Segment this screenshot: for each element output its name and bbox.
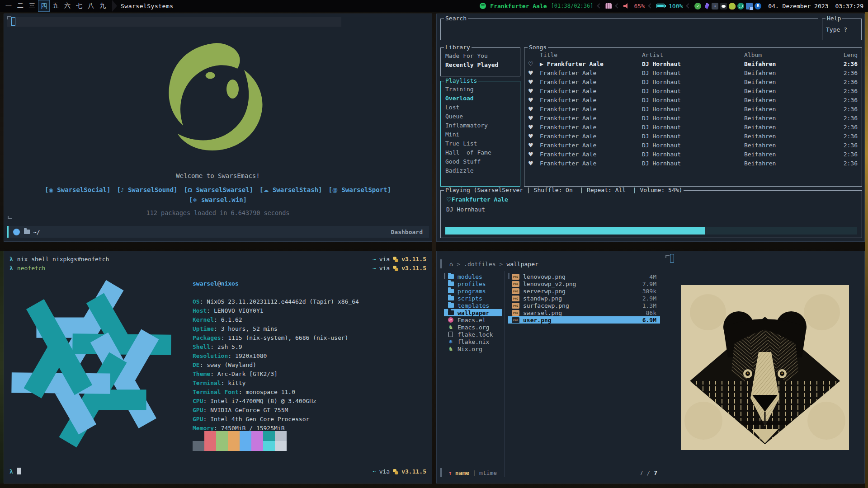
favorite-icon[interactable]: ♥: [528, 69, 540, 78]
directory-row[interactable]: flake.lock: [444, 331, 502, 338]
song-row[interactable]: ♥ Frankfurter Aale DJ Hornhaut Beifahren…: [524, 114, 862, 123]
playlist-item[interactable]: Lost: [445, 103, 520, 112]
favorite-icon[interactable]: ♥: [528, 141, 540, 150]
home-icon[interactable]: ⌂: [449, 260, 453, 268]
sort-ascending-icon[interactable]: ↑: [448, 469, 452, 477]
volume-percent[interactable]: 65%: [634, 3, 645, 9]
favorite-icon[interactable]: ♥: [528, 78, 540, 87]
bluetooth-icon[interactable]: [755, 3, 761, 9]
song-row[interactable]: ♥ Frankfurter Aale DJ Hornhaut Beifahren…: [524, 159, 862, 168]
palette-swatch: [216, 431, 228, 441]
library-item[interactable]: Made For You: [445, 52, 520, 61]
workspace-button[interactable]: 八: [85, 0, 97, 12]
directory-row[interactable]: Nix.org: [444, 345, 502, 352]
syncthing-icon[interactable]: [737, 3, 744, 9]
directory-row[interactable]: modules: [444, 273, 502, 280]
column-title[interactable]: Title: [540, 51, 642, 60]
workspace-button[interactable]: 六: [61, 0, 73, 12]
file-row[interactable]: swarsel.png 86k: [508, 309, 660, 316]
breadcrumb-item[interactable]: >.dotfiles: [457, 260, 495, 268]
directory-row[interactable]: flake.nix: [444, 338, 502, 345]
song-row[interactable]: ♥ Frankfurter Aale DJ Hornhaut Beifahren…: [524, 105, 862, 114]
screenshare-icon[interactable]: [746, 3, 753, 9]
favorite-icon[interactable]: ♥: [528, 105, 540, 114]
playlist-item[interactable]: Badizzle: [445, 166, 520, 175]
library-item[interactable]: Recently Played: [445, 61, 520, 70]
directory-row[interactable]: Emacs.org: [444, 324, 502, 331]
workspace-button[interactable]: 五: [50, 0, 61, 12]
song-row[interactable]: ♥ Frankfurter Aale DJ Hornhaut Beifahren…: [524, 123, 862, 132]
workspace-button[interactable]: 三: [26, 0, 38, 12]
song-row[interactable]: ♥ Frankfurter Aale DJ Hornhaut Beifahren…: [524, 78, 862, 87]
neofetch-field: Terminal: kitty: [193, 379, 359, 388]
playlist-item[interactable]: True List: [445, 139, 520, 148]
file-row[interactable]: surfacewp.png 1.3M: [508, 302, 660, 309]
sort-alt-label[interactable]: mtime: [479, 469, 497, 477]
workspace-button[interactable]: 四: [38, 0, 50, 12]
dashboard-link[interactable]: [◉ SwarselSocial]: [45, 186, 110, 193]
now-playing-box: Playing (SwarselServer | Shuffle: On | R…: [440, 190, 862, 238]
seek-bar[interactable]: [445, 227, 857, 235]
shell-prompt-line[interactable]: λ ~ via v3.11.5: [4, 467, 432, 476]
workspace-button[interactable]: 二: [14, 0, 26, 12]
playlist-item[interactable]: Good Stuff: [445, 157, 520, 166]
dashboard-site-link[interactable]: [❄ swarsel.win]: [189, 196, 247, 203]
volume-icon[interactable]: [623, 3, 630, 9]
dashboard-link[interactable]: [Ω SwarselSwarsel]: [184, 186, 254, 193]
favorite-icon[interactable]: ♥: [528, 150, 540, 159]
favorite-icon[interactable]: ♥: [528, 132, 540, 141]
favorite-icon[interactable]: ♥: [528, 114, 540, 123]
playlist-item[interactable]: Hall of Fame: [445, 148, 520, 157]
dashboard-link[interactable]: [@ SwarselSport]: [329, 186, 391, 193]
workspace-button[interactable]: 九: [97, 0, 108, 12]
column-length[interactable]: Leng: [834, 51, 862, 60]
directory-row[interactable]: programs: [444, 287, 502, 295]
favorite-icon[interactable]: ♥: [528, 123, 540, 132]
directory-row[interactable]: templates: [444, 302, 502, 309]
workspace-button[interactable]: 七: [73, 0, 85, 12]
workspace-button[interactable]: 一: [3, 0, 14, 12]
directory-row[interactable]: Emacs.el: [444, 316, 502, 324]
search-box[interactable]: Search: [440, 19, 818, 40]
discord-icon[interactable]: [720, 3, 727, 9]
song-row[interactable]: ♥ Frankfurter Aale DJ Hornhaut Beifahren…: [524, 132, 862, 141]
playlist-item[interactable]: Mini: [445, 130, 520, 139]
song-row[interactable]: ♥ Frankfurter Aale DJ Hornhaut Beifahren…: [524, 87, 862, 96]
playlist-item[interactable]: Queue: [445, 112, 520, 121]
file-row[interactable]: lenovowp_v2.png 7.9M: [508, 280, 660, 287]
spotify-icon[interactable]: [480, 3, 486, 9]
directory-row[interactable]: profiles: [444, 280, 502, 287]
file-row[interactable]: user.png 6.9M: [508, 316, 660, 324]
vault-icon[interactable]: [712, 3, 718, 9]
dashboard-link[interactable]: [♪ SwarselSound]: [117, 186, 177, 193]
file-row[interactable]: lenovowp.png 4M: [508, 273, 660, 280]
now-playing-track[interactable]: Frankfurter Aale: [490, 3, 547, 9]
piano-icon[interactable]: [605, 3, 612, 9]
sort-mode-label[interactable]: name: [455, 469, 469, 477]
playlist-item[interactable]: Training: [445, 85, 520, 94]
column-artist[interactable]: Artist: [642, 51, 744, 60]
song-row[interactable]: ♡ ▶ Frankfurter Aale DJ Hornhaut Beifahr…: [524, 60, 862, 69]
favorite-icon[interactable]: ♡: [446, 196, 452, 203]
song-row[interactable]: ♥ Frankfurter Aale DJ Hornhaut Beifahren…: [524, 96, 862, 105]
dashboard-link[interactable]: [☁ SwarselStash]: [259, 186, 322, 193]
breadcrumb-item[interactable]: >wallpaper: [500, 260, 538, 268]
song-row[interactable]: ♥ Frankfurter Aale DJ Hornhaut Beifahren…: [524, 69, 862, 78]
file-row[interactable]: serverwp.png 389k: [508, 287, 660, 295]
favorite-icon[interactable]: ♥: [528, 87, 540, 96]
verified-icon[interactable]: [694, 3, 701, 9]
directory-row[interactable]: scripts: [444, 295, 502, 302]
dashboard-banner: Welcome to SwarsEmacs!: [4, 172, 432, 179]
song-row[interactable]: ♥ Frankfurter Aale DJ Hornhaut Beifahren…: [524, 150, 862, 159]
favorite-icon[interactable]: ♡: [528, 60, 540, 69]
turtle-icon[interactable]: [729, 3, 736, 9]
column-album[interactable]: Album: [744, 51, 834, 60]
song-row[interactable]: ♥ Frankfurter Aale DJ Hornhaut Beifahren…: [524, 141, 862, 150]
file-row[interactable]: standwp.png 2.9M: [508, 295, 660, 302]
playlist-item[interactable]: Overload: [445, 94, 520, 103]
playlist-item[interactable]: Inflammatory: [445, 121, 520, 130]
vpn-icon[interactable]: [703, 3, 710, 9]
favorite-icon[interactable]: ♥: [528, 96, 540, 105]
directory-row[interactable]: wallpaper: [444, 309, 502, 316]
favorite-icon[interactable]: ♥: [528, 159, 540, 168]
